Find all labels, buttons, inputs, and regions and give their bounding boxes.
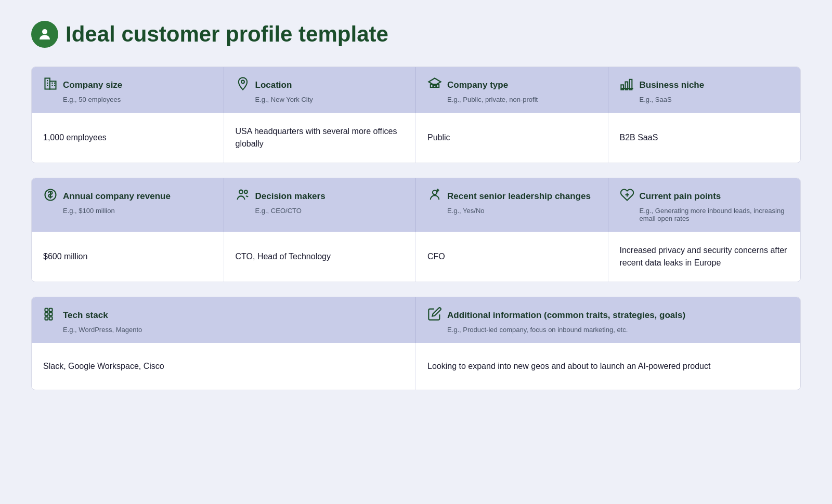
svg-point-18 — [239, 190, 243, 194]
header-cell-decision-makers: Decision makersE.g., CEO/CTO — [224, 178, 417, 232]
header-label-location: Location — [255, 80, 292, 90]
data-cell-0-3: B2B SaaS — [608, 113, 801, 163]
sections-container: Company sizeE.g., 50 employeesLocationE.… — [31, 67, 801, 390]
leadership-icon — [427, 188, 442, 205]
section-1-headers: Company sizeE.g., 50 employeesLocationE.… — [32, 67, 800, 113]
header-cell-annual-revenue: Annual company revenueE.g., $100 million — [32, 178, 224, 232]
header-label-decision-makers: Decision makers — [255, 191, 326, 202]
header-title-company-size: Company size — [43, 76, 212, 94]
page-header: Ideal customer profile template — [31, 21, 801, 48]
section-3: Tech stackE.g., WordPress, MagentoAdditi… — [31, 297, 801, 390]
svg-rect-22 — [49, 309, 53, 312]
header-label-annual-revenue: Annual company revenue — [63, 191, 171, 202]
apps-icon — [43, 307, 58, 324]
section-1: Company sizeE.g., 50 employeesLocationE.… — [31, 67, 801, 163]
header-cell-leadership-changes: Recent senior leadership changesE.g., Ye… — [416, 178, 608, 232]
header-title-company-type: Company type — [427, 76, 596, 94]
section-2-headers: Annual company revenueE.g., $100 million… — [32, 178, 800, 232]
data-cell-2-1: Looking to expand into new geos and abou… — [416, 343, 800, 390]
svg-point-19 — [244, 190, 247, 193]
data-cell-1-3: Increased privacy and security concerns … — [608, 232, 801, 282]
header-label-pain-points: Current pain points — [640, 191, 721, 202]
header-cell-tech-stack: Tech stackE.g., WordPress, Magento — [32, 297, 416, 343]
header-label-business-niche: Business niche — [640, 80, 705, 90]
svg-rect-12 — [437, 84, 439, 87]
header-cell-business-niche: Business nicheE.g., SaaS — [608, 67, 801, 113]
svg-rect-23 — [45, 313, 48, 316]
header-cell-pain-points: Current pain pointsE.g., Generating more… — [608, 178, 801, 232]
header-title-business-niche: Business niche — [620, 76, 789, 94]
header-subtitle-company-type: E.g., Public, private, non-profit — [427, 96, 596, 103]
header-title-location: Location — [236, 76, 405, 94]
svg-rect-26 — [49, 317, 53, 320]
heart-icon — [620, 188, 634, 205]
svg-rect-25 — [45, 317, 48, 320]
chart-icon — [620, 76, 634, 94]
company-type-icon — [427, 76, 442, 94]
location-icon — [236, 76, 250, 94]
header-subtitle-pain-points: E.g., Generating more inbound leads, inc… — [620, 207, 789, 222]
header-subtitle-decision-makers: E.g., CEO/CTO — [236, 207, 405, 215]
page-title-icon — [31, 21, 58, 48]
page-title: Ideal customer profile template — [66, 22, 388, 47]
header-subtitle-additional-info: E.g., Product-led company, focus on inbo… — [427, 326, 789, 334]
svg-point-20 — [433, 190, 437, 194]
data-cell-1-2: CFO — [416, 232, 608, 282]
header-subtitle-company-size: E.g., 50 employees — [43, 96, 212, 103]
header-subtitle-leadership-changes: E.g., Yes/No — [427, 207, 596, 215]
header-cell-additional-info: Additional information (common traits, s… — [416, 297, 800, 343]
section-2-data: $600 millionCTO, Head of TechnologyCFOIn… — [32, 232, 800, 282]
svg-point-10 — [241, 81, 244, 84]
svg-point-0 — [42, 29, 47, 34]
header-title-pain-points: Current pain points — [620, 188, 789, 205]
section-3-data: Slack, Google Workspace, CiscoLooking to… — [32, 343, 800, 390]
header-label-leadership-changes: Recent senior leadership changes — [447, 191, 591, 202]
header-label-company-size: Company size — [63, 80, 122, 90]
section-2: Annual company revenueE.g., $100 million… — [31, 178, 801, 282]
header-title-decision-makers: Decision makers — [236, 188, 405, 205]
data-cell-1-1: CTO, Head of Technology — [224, 232, 417, 282]
header-subtitle-annual-revenue: E.g., $100 million — [43, 207, 212, 215]
header-label-additional-info: Additional information (common traits, s… — [447, 310, 685, 321]
header-title-leadership-changes: Recent senior leadership changes — [427, 188, 596, 205]
data-cell-0-1: USA headquarters with several more offic… — [224, 113, 417, 163]
svg-rect-24 — [49, 313, 53, 316]
header-title-annual-revenue: Annual company revenue — [43, 188, 212, 205]
section-3-headers: Tech stackE.g., WordPress, MagentoAdditi… — [32, 297, 800, 343]
header-cell-location: LocationE.g., New York City — [224, 67, 417, 113]
svg-rect-1 — [45, 78, 50, 89]
data-cell-1-0: $600 million — [32, 232, 224, 282]
header-label-tech-stack: Tech stack — [63, 310, 108, 321]
svg-rect-21 — [45, 309, 48, 312]
person-circle-icon — [37, 26, 53, 42]
people-icon — [236, 188, 250, 205]
header-subtitle-tech-stack: E.g., WordPress, Magento — [43, 326, 404, 334]
data-cell-0-2: Public — [416, 113, 608, 163]
section-1-data: 1,000 employeesUSA headquarters with sev… — [32, 113, 800, 163]
building-icon — [43, 76, 58, 94]
svg-rect-11 — [431, 84, 433, 87]
dollar-icon — [43, 188, 58, 205]
header-label-company-type: Company type — [447, 80, 508, 90]
data-cell-0-0: 1,000 employees — [32, 113, 224, 163]
header-cell-company-size: Company sizeE.g., 50 employees — [32, 67, 224, 113]
header-subtitle-location: E.g., New York City — [236, 96, 405, 103]
header-title-additional-info: Additional information (common traits, s… — [427, 307, 789, 324]
edit-icon — [427, 307, 442, 324]
data-cell-2-0: Slack, Google Workspace, Cisco — [32, 343, 416, 390]
header-title-tech-stack: Tech stack — [43, 307, 404, 324]
header-cell-company-type: Company typeE.g., Public, private, non-p… — [416, 67, 608, 113]
header-subtitle-business-niche: E.g., SaaS — [620, 96, 789, 103]
